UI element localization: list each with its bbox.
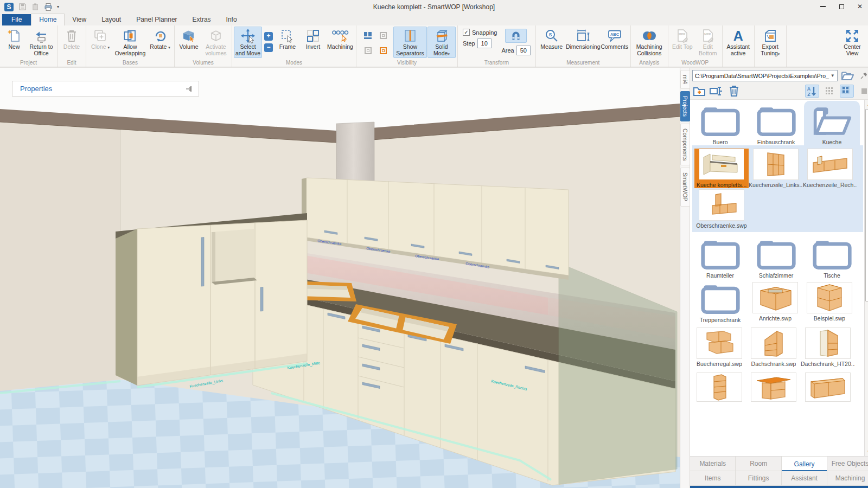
tab-file[interactable]: File xyxy=(2,14,31,25)
medium-icons-view-button[interactable] xyxy=(840,85,854,98)
gallery-item[interactable] xyxy=(692,368,746,402)
show-panes-toggle[interactable] xyxy=(361,29,374,42)
area-snap-button[interactable] xyxy=(505,29,527,43)
3d-viewport[interactable]: Oberschraenke Oberschraenke Oberschraenk… xyxy=(0,68,680,488)
comments-button[interactable]: ABC Comments xyxy=(601,27,629,52)
gallery-item[interactable]: Beispiel.swp xyxy=(802,279,857,322)
restore-button[interactable] xyxy=(837,2,846,11)
gallery-item[interactable]: Kuechenzeile_Rech... xyxy=(803,149,857,188)
visibility-toggle-4[interactable] xyxy=(376,44,390,57)
export-tuning-button[interactable]: Export Tuning▾ xyxy=(756,27,784,58)
tab-extras[interactable]: Extras xyxy=(185,14,219,25)
ribbon-group-modes: Select and Move + − Frame Invert xyxy=(232,25,356,67)
tab-fittings[interactable]: Fittings xyxy=(736,471,781,486)
extractor-hood-chimney[interactable] xyxy=(336,122,374,185)
pin-panel-icon[interactable] xyxy=(857,69,868,82)
vtab-smartwop[interactable]: SmartWOP xyxy=(680,168,690,206)
tab-items[interactable]: Items xyxy=(690,471,736,486)
folder-tische[interactable]: Tische xyxy=(804,234,860,279)
gallery-item[interactable] xyxy=(746,368,801,402)
vtab-projects[interactable]: Projects xyxy=(680,91,690,121)
trash-icon xyxy=(65,28,78,43)
tab-room[interactable]: Room xyxy=(736,457,781,471)
tab-home[interactable]: Home xyxy=(31,14,65,25)
tab-machining[interactable]: Machining xyxy=(827,471,868,486)
tab-gallery[interactable]: Gallery xyxy=(782,457,827,471)
dimensioning-button[interactable]: Dimensioning xyxy=(566,27,600,52)
frame-button[interactable]: Frame xyxy=(275,27,300,52)
zoom-out-selection-button[interactable]: − xyxy=(264,43,273,52)
close-button[interactable]: ✕ xyxy=(855,2,865,11)
visibility-toggle-2[interactable] xyxy=(376,29,390,42)
snapping-checkbox[interactable]: ✓ xyxy=(463,29,470,36)
folder-einbauschrank[interactable]: Einbauschrank xyxy=(748,101,804,145)
group-label-measurement: Measurement xyxy=(538,59,629,67)
pin-icon[interactable] xyxy=(186,86,193,92)
tab-view[interactable]: View xyxy=(65,14,94,25)
minimize-button[interactable] xyxy=(818,2,828,11)
tab-panel-planner[interactable]: Panel Planner xyxy=(129,14,184,25)
vtab-components[interactable]: Components xyxy=(680,124,690,166)
center-view-button[interactable]: Center View xyxy=(838,27,866,58)
gallery-item[interactable]: Dachschrank_HT20... xyxy=(801,323,855,367)
tall-cabinet-unit[interactable] xyxy=(116,213,307,387)
large-icons-view-button[interactable] xyxy=(857,85,868,98)
activate-volumes-button[interactable]: Activate volumes xyxy=(202,27,230,58)
gallery-item[interactable] xyxy=(801,368,855,402)
3d-scene[interactable]: Oberschraenke Oberschraenke Oberschraenk… xyxy=(0,68,680,488)
folder-buero[interactable]: Buero xyxy=(692,101,748,145)
edit-top-button[interactable]: MPR Edit Top xyxy=(670,27,695,52)
folder-treppenschrank[interactable]: Treppenschrank xyxy=(692,279,748,323)
tab-materials[interactable]: Materials xyxy=(690,457,736,471)
delete-button[interactable]: Delete xyxy=(59,27,84,52)
return-to-office-button[interactable]: Return to Office xyxy=(27,27,55,58)
step-input[interactable]: 10 xyxy=(477,38,492,48)
gallery-item[interactable]: Dachschrank.swp xyxy=(746,323,801,367)
folder-raumteiler[interactable]: Raumteiler xyxy=(692,234,748,279)
zoom-in-selection-button[interactable]: + xyxy=(264,32,273,41)
measure-button[interactable]: S Measure xyxy=(538,27,566,52)
volume-button[interactable]: Volume xyxy=(176,27,201,52)
scroll-up-icon[interactable]: ▲ xyxy=(865,100,868,108)
select-and-move-button[interactable]: Select and Move xyxy=(234,27,262,58)
vtab-mi4[interactable]: mi4 xyxy=(680,70,690,89)
show-separators-button[interactable]: Show Separators xyxy=(393,27,427,58)
machining-mode-button[interactable]: Machining xyxy=(326,27,354,52)
allow-overlapping-button[interactable]: Allow Overlapping xyxy=(113,27,147,58)
solid-mode-button[interactable]: Solid Mode▾ xyxy=(427,27,456,58)
path-dropdown-icon[interactable]: ▼ xyxy=(829,73,835,78)
path-combobox[interactable]: C:\ProgramData\SmartWOP\Projects\Example… xyxy=(692,70,838,81)
gallery-item[interactable]: Oberschraenke.swp xyxy=(694,189,749,229)
return-arrow-monitor-icon xyxy=(34,28,48,43)
visibility-toggle-3[interactable] xyxy=(361,44,374,57)
properties-panel[interactable]: Properties xyxy=(12,81,199,97)
scrollbar-thumb[interactable] xyxy=(865,109,868,301)
gallery-item[interactable]: Buecherregal.swp xyxy=(692,323,746,367)
tab-assistant[interactable]: Assistant xyxy=(782,471,827,486)
folder-kueche-open[interactable]: Kueche xyxy=(804,101,860,145)
tab-free-objects[interactable]: Free Objects xyxy=(827,457,868,471)
rename-button[interactable] xyxy=(710,85,724,98)
clone-button[interactable]: Clone ▾ xyxy=(88,27,113,52)
delete-item-button[interactable] xyxy=(727,85,741,98)
gallery-item[interactable]: Kuechenzeile_Links... xyxy=(749,149,803,188)
assistant-active-button[interactable]: A Assistant active xyxy=(724,27,752,58)
machining-collisions-button[interactable]: Machining Collisions xyxy=(633,27,666,58)
small-icons-view-button[interactable] xyxy=(822,85,837,98)
tab-layout[interactable]: Layout xyxy=(94,14,129,25)
area-input[interactable]: 50 xyxy=(516,46,531,55)
folder-schlafzimmer[interactable]: Schlafzimmer xyxy=(748,234,804,279)
scroll-down-icon[interactable]: ▼ xyxy=(865,447,868,456)
new-folder-button[interactable] xyxy=(692,85,706,98)
rotate-button[interactable]: Rotate ▾ xyxy=(148,27,173,52)
browse-folder-button[interactable] xyxy=(840,69,854,82)
sort-az-button[interactable]: AZ xyxy=(805,85,819,98)
new-button[interactable]: New xyxy=(2,27,27,52)
gallery-scrollbar[interactable]: ▲ ▼ xyxy=(864,100,868,456)
edit-bottom-button[interactable]: MPR Edit Bottom xyxy=(695,27,720,58)
gallery-item-selected[interactable]: Kueche kompletts... xyxy=(694,149,749,188)
gallery-item[interactable]: Anrichte.swp xyxy=(748,279,802,322)
svg-text:ABC: ABC xyxy=(610,32,620,37)
tab-info[interactable]: Info xyxy=(219,14,245,25)
invert-button[interactable]: Invert xyxy=(301,27,326,52)
